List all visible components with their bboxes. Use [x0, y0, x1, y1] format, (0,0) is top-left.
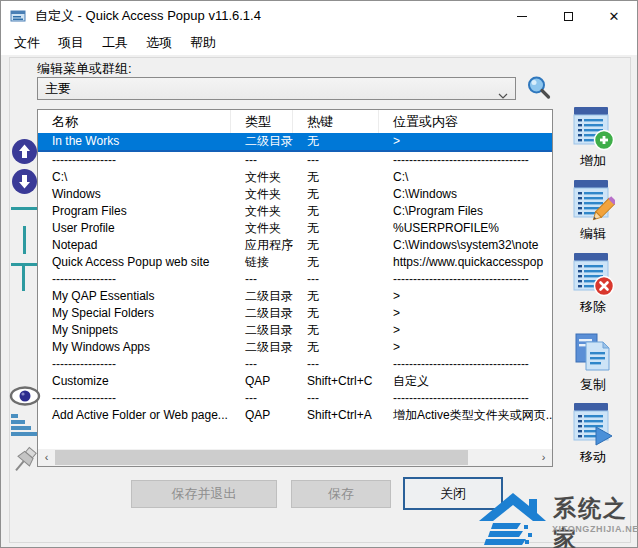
app-icon: [10, 9, 27, 24]
maximize-icon: [564, 12, 573, 21]
chevron-down-icon: [498, 87, 508, 102]
copy-button[interactable]: 复制: [565, 331, 621, 394]
title-bar: 自定义 - Quick Access Popup v11.6.1.4 ✕: [1, 1, 637, 31]
cell-type: 文件夹: [231, 203, 293, 220]
table-separator-row[interactable]: ----------------------------------------…: [38, 390, 552, 407]
cell-type: ---: [231, 356, 293, 373]
cell-name: Quick Access Popup web site: [38, 254, 231, 271]
cell-location: >: [379, 288, 552, 305]
column-header-1[interactable]: 类型: [231, 110, 293, 133]
table-separator-row[interactable]: ----------------------------------------…: [38, 152, 552, 169]
table-row[interactable]: My Special Folders二级目录无>: [38, 305, 552, 322]
cell-location: C:\Windows: [379, 186, 552, 203]
cell-location: C:\Windows\system32\note: [379, 237, 552, 254]
horizontal-scrollbar[interactable]: ‹ ›: [38, 449, 552, 466]
column-break-icon[interactable]: [23, 226, 26, 254]
menu-item-4[interactable]: 帮助: [181, 31, 225, 55]
move-down-icon[interactable]: [11, 168, 38, 195]
add-item-icon: [565, 107, 621, 151]
xitongzhijia-logo-icon: [477, 489, 547, 548]
table-separator-row[interactable]: ----------------------------------------…: [38, 356, 552, 373]
cell-location: C:\Program Files: [379, 203, 552, 220]
table-row[interactable]: Windows文件夹无C:\Windows: [38, 186, 552, 203]
table-separator-row[interactable]: ----------------------------------------…: [38, 271, 552, 288]
cell-hotkey: 无: [293, 305, 379, 322]
add-button[interactable]: 增加: [565, 107, 621, 170]
scrollbar-track[interactable]: [55, 449, 535, 466]
minimize-button[interactable]: [499, 1, 545, 31]
window-title: 自定义 - Quick Access Popup v11.6.1.4: [35, 7, 261, 25]
separator-line-icon[interactable]: [11, 207, 37, 210]
action-label: 移动: [565, 448, 621, 466]
items-table: 名称类型热键位置或内容 In the Works二级目录无>----------…: [37, 109, 553, 467]
close-button[interactable]: ✕: [591, 1, 637, 31]
cell-location: ----------------------------------: [379, 356, 552, 373]
table-row[interactable]: User Profile文件夹无%USERPROFILE%: [38, 220, 552, 237]
table-row[interactable]: My QAP Essentials二级目录无>: [38, 288, 552, 305]
table-row[interactable]: Add Active Folder or Web page...QAPShift…: [38, 407, 552, 424]
filter-label: 编辑菜单或群组:: [37, 60, 132, 78]
cell-name: ----------------: [38, 356, 231, 373]
cell-name: ----------------: [38, 271, 231, 288]
pin-icon[interactable]: [9, 445, 39, 479]
search-icon[interactable]: [526, 75, 552, 105]
table-row[interactable]: In the Works二级目录无>: [38, 133, 552, 152]
action-label: 复制: [565, 376, 621, 394]
remove-button[interactable]: 移除: [565, 253, 621, 316]
sort-items-icon[interactable]: [11, 414, 37, 438]
save-button[interactable]: 保存: [291, 480, 391, 508]
cell-hotkey: 无: [293, 237, 379, 254]
cell-hotkey: Shift+Ctrl+A: [293, 407, 379, 424]
cell-name: ----------------: [38, 152, 231, 169]
table-row[interactable]: My Snippets二级目录无>: [38, 322, 552, 339]
cell-type: QAP: [231, 373, 293, 390]
scrollbar-thumb[interactable]: [55, 450, 468, 465]
edit-button[interactable]: 编辑: [565, 180, 621, 243]
column-header-2[interactable]: 热键: [293, 110, 379, 133]
table-body: In the Works二级目录无>----------------------…: [38, 133, 552, 424]
minimize-icon: [517, 16, 527, 17]
move-button[interactable]: 移动: [565, 403, 621, 466]
column-header-3[interactable]: 位置或内容: [379, 110, 552, 133]
cell-location: ----------------------------------: [379, 271, 552, 288]
cell-hotkey: Shift+Ctrl+C: [293, 373, 379, 390]
show-hide-icon[interactable]: [9, 385, 41, 407]
menu-group-select[interactable]: 主要: [37, 77, 516, 100]
column-header-0[interactable]: 名称: [38, 110, 231, 133]
table-row[interactable]: CustomizeQAPShift+Ctrl+C自定义: [38, 373, 552, 390]
cell-type: 二级目录: [231, 288, 293, 305]
watermark-subtitle: XITONGZHIJIA.NET: [552, 524, 638, 534]
table-row[interactable]: Notepad应用程序无C:\Windows\system32\note: [38, 237, 552, 254]
table-row[interactable]: My Windows Apps二级目录无>: [38, 339, 552, 356]
menu-item-0[interactable]: 文件: [5, 31, 49, 55]
scroll-right-icon[interactable]: ›: [535, 449, 552, 466]
cell-name: C:\: [38, 169, 231, 186]
watermark-title: 系统之家: [553, 493, 638, 548]
cell-type: 二级目录: [231, 133, 293, 150]
menu-break-icon[interactable]: [11, 263, 37, 291]
menu-item-1[interactable]: 项目: [49, 31, 93, 55]
menu-item-3[interactable]: 选项: [137, 31, 181, 55]
cell-hotkey: 无: [293, 133, 379, 150]
maximize-button[interactable]: [545, 1, 591, 31]
cell-hotkey: ---: [293, 271, 379, 288]
cell-location: %USERPROFILE%: [379, 220, 552, 237]
table-row[interactable]: Program Files文件夹无C:\Program Files: [38, 203, 552, 220]
cell-hotkey: 无: [293, 203, 379, 220]
watermark: 系统之家 XITONGZHIJIA.NET: [477, 487, 638, 548]
menu-item-2[interactable]: 工具: [93, 31, 137, 55]
table-row[interactable]: Quick Access Popup web site链接无https://ww…: [38, 254, 552, 271]
scroll-left-icon[interactable]: ‹: [38, 449, 55, 466]
cell-name: ----------------: [38, 390, 231, 407]
table-row[interactable]: C:\文件夹无C:\: [38, 169, 552, 186]
cell-name: Windows: [38, 186, 231, 203]
cell-type: QAP: [231, 407, 293, 424]
cell-name: Notepad: [38, 237, 231, 254]
cell-location: 自定义: [379, 373, 552, 390]
close-icon: ✕: [609, 10, 620, 23]
cell-name: My Windows Apps: [38, 339, 231, 356]
move-up-icon[interactable]: [11, 138, 38, 165]
cell-location: >: [379, 305, 552, 322]
cell-type: ---: [231, 152, 293, 169]
save-and-exit-button[interactable]: 保存并退出: [131, 480, 277, 508]
